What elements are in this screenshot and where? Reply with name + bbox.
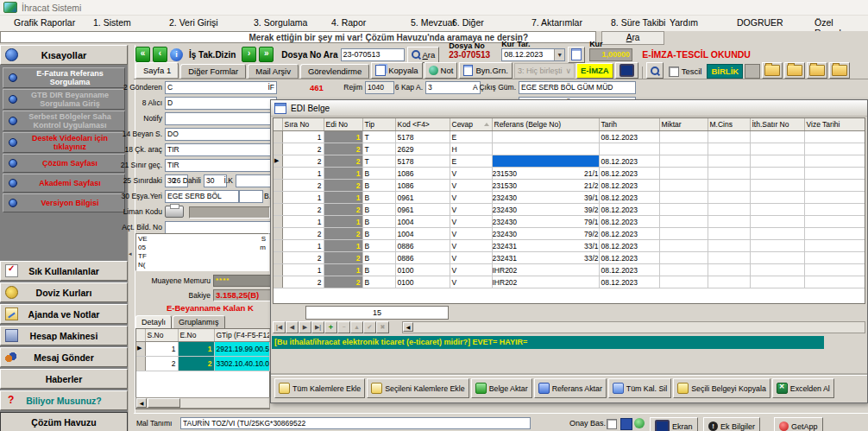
kod-cell[interactable]: 1004	[395, 228, 450, 240]
alici-input[interactable]: D	[165, 97, 277, 110]
sidebar-shortcut[interactable]: Versiyon Bilgisi	[3, 193, 125, 212]
not-button[interactable]: Not	[425, 62, 458, 79]
navigator-button[interactable]: ▶|	[311, 321, 324, 333]
gonderen-input[interactable]: C İF	[165, 81, 277, 94]
vize-tarihi-cell[interactable]	[804, 143, 865, 155]
mcins-cell[interactable]	[708, 240, 750, 252]
refresh-icon[interactable]	[634, 418, 645, 428]
edi-no-cell[interactable]: 1	[324, 192, 362, 204]
miktar-cell[interactable]	[659, 240, 708, 252]
eno-cell[interactable]: 1	[178, 342, 214, 357]
mcins-cell[interactable]	[708, 204, 750, 216]
navigator-button[interactable]: −	[337, 321, 350, 333]
tescil-checkbox[interactable]	[669, 67, 679, 77]
miktar-cell[interactable]	[659, 180, 708, 192]
miktar-cell[interactable]	[659, 264, 708, 276]
tarih-cell[interactable]: 08.12.2023	[599, 264, 659, 276]
sidebar-shortcut[interactable]: E-Fatura Referans Sorgulama	[3, 67, 125, 88]
tarih-cell[interactable]: 08.12.2023	[599, 204, 659, 216]
edi-no-cell[interactable]: 1	[324, 264, 362, 276]
act-bild-no-input[interactable]	[165, 221, 275, 234]
edi-column-header[interactable]: Vize Tarihi	[804, 118, 865, 131]
menu-item[interactable]: Yardım	[656, 17, 698, 28]
edi-row[interactable]: 1 1 B 0100 V IHR202 08.12.202	[274, 264, 865, 276]
mcins-cell[interactable]	[708, 192, 750, 204]
edi-row[interactable]: 1 1 B 1086 V 231530 21/1 08.12	[274, 168, 865, 180]
mal-tanimi-input[interactable]	[180, 417, 531, 429]
mcins-cell[interactable]	[708, 264, 750, 276]
navigator-button[interactable]: ✔	[363, 321, 376, 333]
sidebar-shortcut[interactable]: Çözüm Sayfası	[3, 154, 125, 173]
miktar-cell[interactable]	[659, 143, 708, 155]
referans-cell[interactable]: 231530 21/1	[492, 168, 599, 180]
kod-cell[interactable]: 1086	[395, 168, 450, 180]
miktar-cell[interactable]	[659, 168, 708, 180]
cevap-cell[interactable]: V	[450, 180, 492, 192]
sira-no-cell[interactable]: 2	[282, 252, 324, 264]
edi-action-button[interactable]: Excelden Al	[772, 378, 834, 398]
miktar-cell[interactable]	[659, 155, 708, 168]
edi-column-header[interactable]: Referans (Belge No)	[492, 118, 599, 131]
dosya-ara-button[interactable]: Ara	[407, 47, 440, 63]
edi-column-header[interactable]: Edi No	[324, 118, 362, 131]
e-imza-button[interactable]: E-İMZA	[576, 63, 613, 79]
sidebar-panel-button[interactable]: Çözüm Havuzu	[0, 412, 128, 431]
kod-cell[interactable]: 5178	[395, 131, 450, 143]
kod-cell[interactable]: 0100	[395, 276, 450, 288]
tip-cell[interactable]: B	[362, 180, 395, 192]
ith-satir-cell[interactable]	[750, 155, 804, 168]
sidebar-panel-button[interactable]: Doviz Kurları	[0, 282, 128, 302]
mcins-cell[interactable]	[708, 180, 750, 192]
referans-cell[interactable]: 232430 79/1	[492, 216, 599, 228]
edi-action-button[interactable]: Referans Aktar	[534, 378, 607, 398]
sira-no-cell[interactable]: 2	[282, 143, 324, 155]
tip-cell[interactable]: B	[362, 264, 395, 276]
tip-cell[interactable]: B	[362, 252, 395, 264]
referans-cell[interactable]: 232431 33/2	[492, 252, 599, 264]
navigator-button[interactable]: ✖	[376, 321, 389, 333]
prev-record-button[interactable]: ‹	[153, 47, 167, 62]
ith-satir-cell[interactable]	[750, 131, 804, 143]
eno-cell[interactable]: 2	[178, 357, 214, 371]
mcins-cell[interactable]	[708, 276, 750, 288]
dosya-no-ara-input[interactable]	[341, 48, 405, 61]
edi-column-header[interactable]: Kod <F4>	[395, 118, 450, 131]
memo-box[interactable]: VE05TFN( Sm	[135, 233, 269, 271]
sira-no-cell[interactable]: 1	[282, 240, 324, 252]
page-tab[interactable]: Sayfa 1	[135, 62, 179, 79]
menu-item[interactable]: Grafik Raporlar	[0, 17, 75, 28]
edi-row[interactable]: 1 1 B 1004 V 232430 79/1 08.12	[274, 216, 865, 228]
ith-satir-cell[interactable]	[750, 192, 804, 204]
cevap-cell[interactable]: V	[450, 204, 492, 216]
tarih-cell[interactable]: 08.12.2023	[599, 228, 659, 240]
detail-tab[interactable]: Detaylı	[135, 315, 172, 329]
edi-no-cell[interactable]: 1	[324, 216, 362, 228]
tarih-cell[interactable]: 08.12.2023	[599, 216, 659, 228]
navigator-button[interactable]: ▶	[299, 321, 311, 333]
ith-satir-cell[interactable]	[750, 276, 804, 288]
referans-cell[interactable]	[492, 131, 599, 143]
sira-no-cell[interactable]: 1	[282, 192, 324, 204]
referans-cell[interactable]	[492, 143, 599, 155]
monitor-button[interactable]	[615, 62, 638, 79]
page-tab[interactable]: Diğer Formlar	[180, 64, 246, 79]
referans-cell[interactable]: 232430 79/2	[492, 228, 599, 240]
ith-satir-cell[interactable]	[750, 168, 804, 180]
ith-satir-cell[interactable]	[750, 264, 804, 276]
sira-no-cell[interactable]: 1	[282, 131, 324, 143]
sidebar-header[interactable]: Kısayollar	[0, 45, 128, 65]
edi-no-cell[interactable]: 2	[324, 180, 362, 192]
edi-row[interactable]: 2 2 B 0100 V IHR202 08.12.202	[274, 276, 865, 288]
cevap-cell[interactable]: H	[450, 143, 492, 155]
tescil-checkbox-group[interactable]: Tescil	[665, 64, 706, 79]
ith-satir-cell[interactable]	[750, 143, 804, 155]
cevap-cell[interactable]: V	[450, 192, 492, 204]
referans-cell[interactable]: IHR202	[492, 264, 599, 276]
edi-no-cell[interactable]: 1	[324, 131, 362, 143]
miktar-cell[interactable]	[659, 276, 708, 288]
edi-no-cell[interactable]: 2	[324, 276, 362, 288]
scroll-thumb[interactable]	[148, 398, 180, 408]
sira-no-cell[interactable]: 2	[282, 228, 324, 240]
vize-tarihi-cell[interactable]	[804, 252, 865, 264]
navigator-button[interactable]: +	[324, 321, 337, 333]
